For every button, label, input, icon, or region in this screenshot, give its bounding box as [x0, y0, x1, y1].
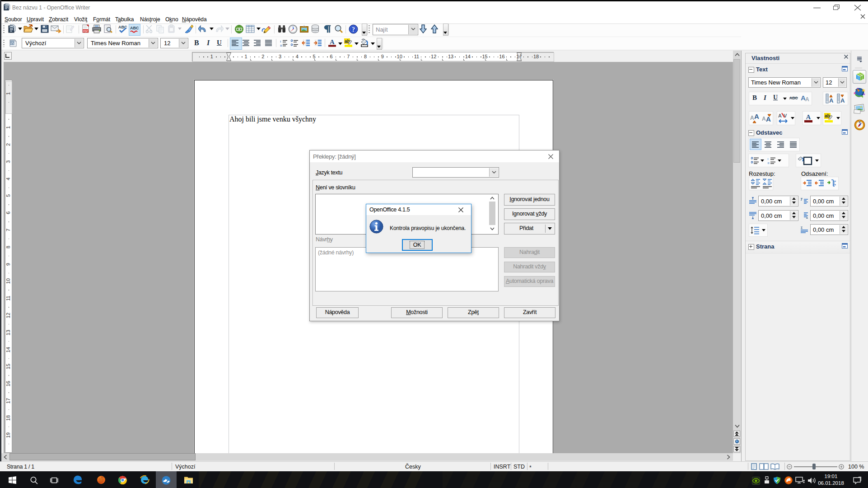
svg-text:A: A	[829, 97, 834, 104]
svg-text:A: A	[762, 116, 766, 122]
svg-text:A: A	[754, 113, 759, 120]
svg-text:II: II	[280, 44, 282, 47]
svg-text:ABC: ABC	[130, 26, 139, 30]
svg-text:A: A	[806, 113, 811, 121]
svg-text:I: I	[280, 40, 281, 43]
svg-text:A: A	[330, 38, 335, 46]
svg-text:A: A	[805, 96, 809, 103]
svg-text:A: A	[778, 113, 782, 118]
svg-text:PDF: PDF	[83, 30, 89, 33]
svg-text:N: N	[859, 121, 861, 123]
svg-text:?: ?	[352, 26, 355, 33]
svg-text:II: II	[768, 161, 770, 164]
svg-text:A: A	[750, 115, 754, 121]
svg-text:I: I	[768, 157, 769, 161]
svg-text:A: A	[766, 115, 771, 123]
svg-text:A: A	[840, 97, 845, 104]
